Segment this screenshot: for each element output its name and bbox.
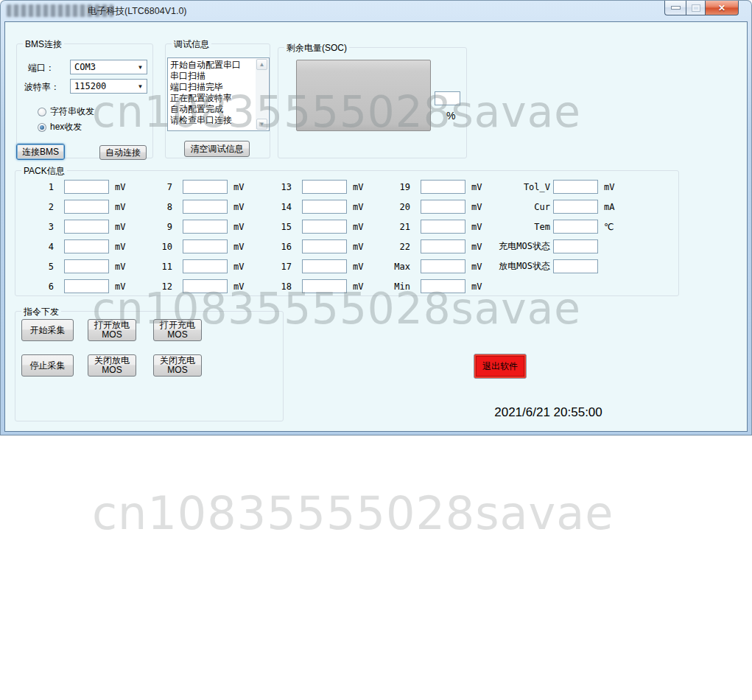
pack-cell-input[interactable] <box>553 200 598 214</box>
radio-unselected-icon <box>38 108 46 116</box>
pack-cell-unit: mV <box>115 222 125 232</box>
stop-sampling-button[interactable]: 停止采集 <box>21 354 74 377</box>
pack-row: 1mV <box>33 177 125 197</box>
close-button[interactable]: ✕ <box>706 1 739 15</box>
pack-cell-input[interactable] <box>421 200 465 214</box>
pack-row: 16mV <box>271 237 363 256</box>
pack-cell-unit: mV <box>233 182 244 192</box>
maximize-button[interactable] <box>686 1 706 15</box>
pack-cell-input[interactable] <box>183 200 228 214</box>
pack-cell-label: Tol_V <box>479 182 550 192</box>
debug-log-textarea[interactable]: 开始自动配置串口 串口扫描 端口扫描完毕 正在配置波特率 自动配置完成 请检查串… <box>167 57 270 131</box>
pack-row: 放电MOS状态 <box>479 256 614 276</box>
pack-cell-input[interactable] <box>183 220 228 234</box>
pack-cell-input[interactable] <box>421 279 465 293</box>
pack-cell-label: 19 <box>390 182 410 192</box>
pack-row: 3mV <box>33 217 125 237</box>
pack-cell-label: 18 <box>271 281 292 292</box>
pack-row: 21mV <box>390 217 482 237</box>
pack-cell-input[interactable] <box>64 279 109 293</box>
pack-cell-unit: mV <box>115 242 125 252</box>
pack-cell-unit: mV <box>604 182 614 192</box>
pack-cell-label: 14 <box>271 202 292 212</box>
pack-cell-input[interactable] <box>302 259 347 273</box>
pack-cell-input[interactable] <box>183 239 228 253</box>
baud-select[interactable]: 115200 ▼ <box>70 79 147 94</box>
pack-group-label: PACK信息 <box>21 165 67 178</box>
pack-cell-input[interactable] <box>64 180 109 194</box>
pack-cell-input[interactable] <box>302 200 347 214</box>
pack-cell-input[interactable] <box>183 279 228 293</box>
close-discharge-mos-button[interactable]: 关闭放电 MOS <box>88 354 136 377</box>
pack-cell-input[interactable] <box>183 259 228 273</box>
minimize-button[interactable] <box>664 1 686 15</box>
pack-cell-input[interactable] <box>421 239 465 253</box>
port-select[interactable]: COM3 ▼ <box>70 60 147 74</box>
titlebar[interactable]: 电子科技(LTC6804V1.0) ✕ <box>1 1 751 21</box>
datetime-label: 2021/6/21 20:55:00 <box>447 405 650 420</box>
radio-hex-mode[interactable]: hex收发 <box>38 121 82 133</box>
pack-cell-unit: ℃ <box>604 222 614 232</box>
pack-cell-input[interactable] <box>553 259 598 273</box>
pack-row: 18mV <box>271 276 363 296</box>
start-sampling-button[interactable]: 开始采集 <box>21 319 74 341</box>
pack-row: 19mV <box>390 177 482 197</box>
radio-string-mode[interactable]: 字符串收发 <box>38 105 94 118</box>
pack-cell-label: Max <box>390 262 410 272</box>
pack-cell-label: 12 <box>152 281 172 292</box>
pack-cell-label: 15 <box>271 222 292 232</box>
pack-cell-input[interactable] <box>553 180 598 194</box>
maximize-icon <box>692 5 700 11</box>
connect-bms-button[interactable]: 连接BMS <box>16 144 65 160</box>
pack-cell-unit: mV <box>353 202 363 212</box>
pack-cell-input[interactable] <box>183 180 228 194</box>
pack-cell-label: 16 <box>271 242 292 252</box>
pack-cell-input[interactable] <box>421 259 465 273</box>
pack-cell-input[interactable] <box>421 220 465 234</box>
pack-cell-input[interactable] <box>64 259 109 273</box>
pack-cell-label: Tem <box>479 222 550 232</box>
exit-software-button[interactable]: 退出软件 <box>474 354 527 379</box>
minimize-icon <box>672 7 680 9</box>
radio-hex-label: hex收发 <box>50 121 82 133</box>
pack-cell-unit: mV <box>353 222 363 232</box>
pack-cell-label: 11 <box>152 262 172 272</box>
pack-info-group: PACK信息 1mV2mV3mV4mV5mV6mV 7mV8mV9mV10mV1… <box>15 170 679 296</box>
pack-row: 7mV <box>152 177 244 197</box>
soc-value-input[interactable] <box>435 91 460 105</box>
close-charge-mos-button[interactable]: 关闭充电 MOS <box>153 354 202 377</box>
pack-cell-unit: mV <box>115 262 125 272</box>
soc-battery-bar <box>296 60 431 131</box>
pack-cell-input[interactable] <box>302 239 347 253</box>
pack-row: 9mV <box>152 217 244 237</box>
pack-cell-input[interactable] <box>64 220 109 234</box>
scroll-up-icon[interactable]: ▲ <box>256 59 267 70</box>
pack-cell-label: 7 <box>152 182 172 192</box>
open-charge-mos-button[interactable]: 打开充电 MOS <box>153 319 202 341</box>
pack-row: 10mV <box>152 237 244 256</box>
soc-group-label: 剩余电量(SOC) <box>284 42 349 55</box>
pack-cell-label: 充电MOS状态 <box>479 240 550 253</box>
pack-cell-unit: mV <box>471 281 482 292</box>
pack-column-5: Tol_VmVCurmATem℃充电MOS状态放电MOS状态 <box>479 177 614 276</box>
pack-cell-input[interactable] <box>64 200 109 214</box>
pack-column-2: 7mV8mV9mV10mV11mV12mV <box>152 177 244 296</box>
debug-group-label: 调试信息 <box>172 38 211 51</box>
pack-cell-input[interactable] <box>302 220 347 234</box>
pack-cell-input[interactable] <box>421 180 465 194</box>
debug-scrollbar[interactable]: ▲ ▼ <box>256 59 268 130</box>
pack-cell-input[interactable] <box>302 180 347 194</box>
pack-cell-input[interactable] <box>302 279 347 293</box>
pack-cell-label: 13 <box>271 182 292 192</box>
auto-connect-button[interactable]: 自动连接 <box>99 145 147 160</box>
pack-cell-input[interactable] <box>553 239 598 253</box>
pack-row: 22mV <box>390 237 482 256</box>
pack-cell-input[interactable] <box>553 220 598 234</box>
baud-value: 115200 <box>71 81 134 91</box>
pack-column-4: 19mV20mV21mV22mVMaxmVMinmV <box>390 177 482 296</box>
scroll-down-icon[interactable]: ▼ <box>256 119 267 130</box>
open-discharge-mos-button[interactable]: 打开放电 MOS <box>88 319 136 341</box>
clear-debug-button[interactable]: 清空调试信息 <box>184 141 250 157</box>
pack-row: 12mV <box>152 276 244 296</box>
pack-cell-input[interactable] <box>64 239 109 253</box>
